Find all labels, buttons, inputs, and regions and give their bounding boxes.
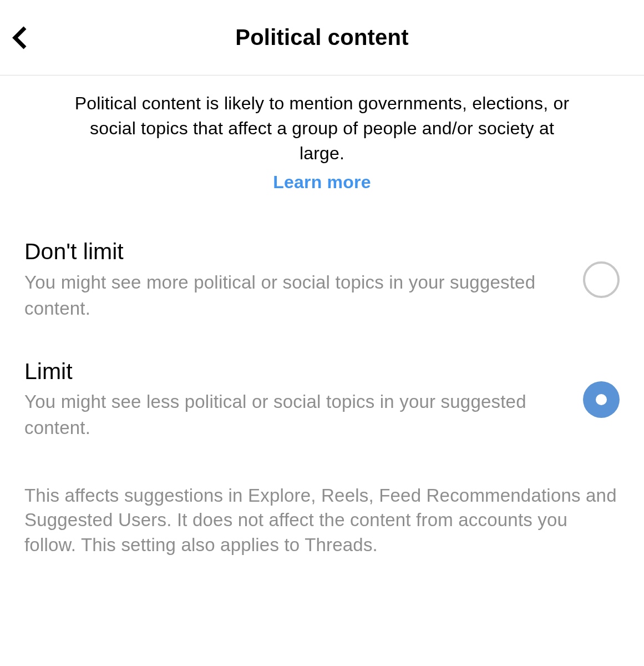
- intro-section: Political content is likely to mention g…: [0, 75, 644, 193]
- option-limit[interactable]: Limit You might see less political or so…: [24, 358, 620, 441]
- back-button[interactable]: [8, 24, 34, 51]
- option-desc: You might see more political or social t…: [24, 269, 550, 321]
- header: Political content: [0, 0, 644, 75]
- option-dont-limit[interactable]: Don't limit You might see more political…: [24, 238, 620, 321]
- option-title: Don't limit: [24, 238, 550, 265]
- option-title: Limit: [24, 358, 550, 385]
- intro-text: Political content is likely to mention g…: [72, 91, 572, 165]
- radio-unselected-icon[interactable]: [583, 261, 620, 298]
- page-title: Political content: [0, 25, 644, 50]
- chevron-left-icon: [10, 24, 32, 51]
- radio-selected-icon[interactable]: [583, 381, 620, 418]
- learn-more-link[interactable]: Learn more: [273, 172, 371, 193]
- options-list: Don't limit You might see more political…: [0, 193, 644, 441]
- option-text: Limit You might see less political or so…: [24, 358, 583, 441]
- footer-note: This affects suggestions in Explore, Ree…: [0, 478, 644, 558]
- option-text: Don't limit You might see more political…: [24, 238, 583, 321]
- option-desc: You might see less political or social t…: [24, 389, 550, 441]
